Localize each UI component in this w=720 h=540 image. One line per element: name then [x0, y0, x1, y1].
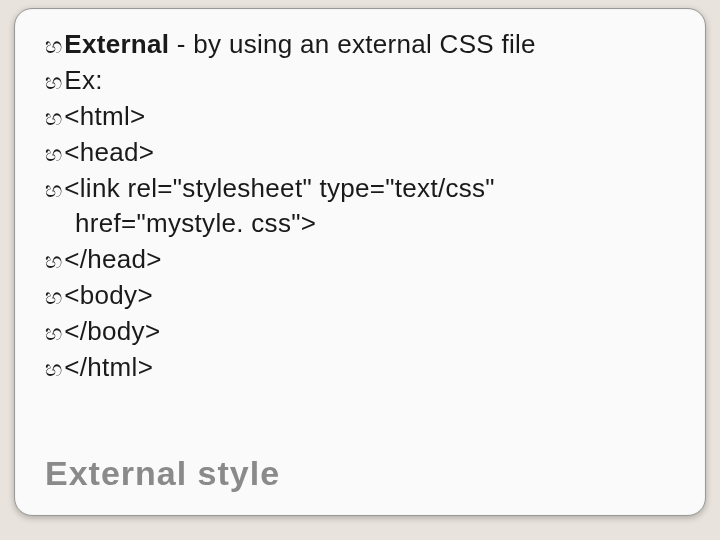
bullet-icon: හ [45, 246, 62, 276]
bullet-icon: හ [45, 282, 62, 312]
line-text: <head> [64, 137, 154, 167]
bullet-icon: හ [45, 103, 62, 133]
line-text: </html> [64, 352, 153, 382]
line-text: Ex: [64, 65, 102, 95]
list-item: හ</body> [45, 314, 675, 350]
list-item-continuation: href="mystyle. css"> [45, 206, 675, 242]
list-item: හ</html> [45, 350, 675, 386]
line-text: href="mystyle. css"> [75, 208, 316, 238]
line-text: </head> [64, 244, 162, 274]
slide-content: හExternal - by using an external CSS fil… [45, 27, 675, 386]
bullet-icon: හ [45, 139, 62, 169]
list-item: හEx: [45, 63, 675, 99]
line-text: <html> [64, 101, 145, 131]
slide-card: හExternal - by using an external CSS fil… [14, 8, 706, 516]
bullet-icon: හ [45, 175, 62, 205]
bullet-icon: හ [45, 318, 62, 348]
bold-text: External [64, 29, 169, 59]
bullet-icon: හ [45, 354, 62, 384]
list-item: හ<body> [45, 278, 675, 314]
bullet-icon: හ [45, 67, 62, 97]
line-text: <body> [64, 280, 153, 310]
list-item: හ<link rel="stylesheet" type="text/css" [45, 171, 675, 207]
line-text: </body> [64, 316, 160, 346]
line-text: <link rel="stylesheet" type="text/css" [64, 173, 495, 203]
line-text: - by using an external CSS file [169, 29, 536, 59]
list-item: හExternal - by using an external CSS fil… [45, 27, 675, 63]
list-item: හ</head> [45, 242, 675, 278]
slide-title: External style [45, 454, 280, 493]
bullet-icon: හ [45, 31, 62, 61]
list-item: හ<head> [45, 135, 675, 171]
list-item: හ<html> [45, 99, 675, 135]
